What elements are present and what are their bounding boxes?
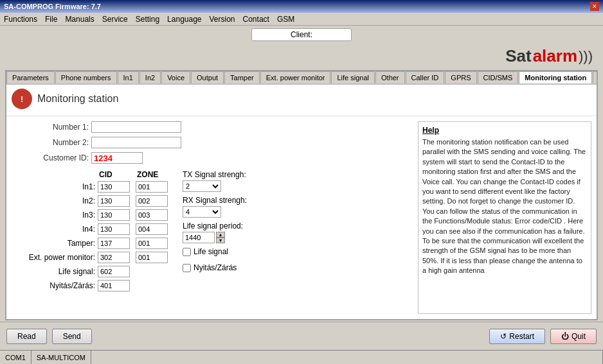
- quit-icon: ⏻: [561, 332, 569, 341]
- tab-phone-numbers[interactable]: Phone numbers: [55, 71, 117, 83]
- send-button[interactable]: Send: [52, 329, 92, 344]
- row-tamper-label: Tamper:: [12, 239, 95, 248]
- menu-contact[interactable]: Contact: [243, 15, 269, 24]
- monitoring-icon: !: [12, 89, 32, 109]
- status-com: COM1: [0, 351, 32, 364]
- tx-signal-row: TX Signal strengh: 2 1 3 4: [183, 170, 247, 192]
- life-signal-period-row: Life signal period: ▲ ▼: [183, 221, 247, 243]
- rx-signal-label: RX Signal strengh:: [183, 196, 247, 205]
- tx-signal-select[interactable]: 2 1 3 4: [183, 180, 221, 192]
- restart-button[interactable]: ↺ Restart: [489, 329, 545, 344]
- close-button[interactable]: ✕: [590, 2, 599, 11]
- row-nyitas-label: Nyitás/Zárás:: [12, 281, 95, 290]
- row-nyitas-cid[interactable]: [98, 280, 130, 291]
- life-signal-checkbox[interactable]: [183, 248, 191, 256]
- menu-gsm[interactable]: GSM: [277, 15, 294, 24]
- help-panel: Help The monitoring station notification…: [418, 121, 591, 314]
- row-in2-label: In2:: [12, 196, 95, 205]
- tab-output[interactable]: Output: [191, 71, 224, 83]
- number1-label: Number 1:: [12, 123, 89, 132]
- menu-functions[interactable]: Functions: [4, 15, 37, 24]
- tab-ext-power[interactable]: Ext. power monitor: [260, 71, 331, 83]
- menu-language[interactable]: Language: [167, 15, 201, 24]
- header-area: Sat alarm ))): [0, 44, 603, 69]
- row-in4-cid[interactable]: [98, 223, 130, 235]
- life-signal-check-row: Life signal: [183, 247, 247, 256]
- tab-parameters[interactable]: Parameters: [6, 71, 55, 83]
- tab-caller-id[interactable]: Caller ID: [406, 71, 445, 83]
- row-in4-zone[interactable]: [136, 223, 168, 235]
- row-lifesignal-cid[interactable]: [98, 266, 130, 277]
- row-tamper-cid[interactable]: [98, 238, 130, 249]
- row-in3-cid[interactable]: [98, 209, 130, 221]
- menu-service[interactable]: Service: [102, 15, 128, 24]
- tab-life-signal[interactable]: Life signal: [331, 71, 375, 83]
- zone-col-header: ZONE: [137, 170, 172, 179]
- row-extpower-label: Ext. power monitor:: [12, 253, 95, 262]
- logo-alarm: alarm: [533, 46, 577, 66]
- quit-button[interactable]: ⏻ Quit: [550, 329, 597, 344]
- customerid-input[interactable]: [91, 152, 143, 164]
- bottom-left-buttons: Read Send: [6, 329, 92, 344]
- menu-version[interactable]: Version: [210, 15, 235, 24]
- number2-label: Number 2:: [12, 138, 89, 147]
- cid-col-header-empty: [13, 170, 96, 179]
- row-in1-label: In1:: [12, 182, 95, 191]
- menu-manuals[interactable]: Manuals: [65, 15, 94, 24]
- life-signal-period-label: Life signal period:: [183, 221, 247, 230]
- number2-input[interactable]: [91, 137, 181, 148]
- row-tamper-zone[interactable]: [136, 238, 168, 249]
- row-lifesignal-label: Life signal:: [12, 267, 95, 276]
- form-left: Number 1: Number 2: Customer ID:: [12, 121, 418, 314]
- row-in1-cid[interactable]: [98, 181, 130, 193]
- tab-line-simulator[interactable]: Line simulator: [593, 71, 597, 83]
- help-text: The monitoring station notification can …: [422, 137, 587, 275]
- tab-in2[interactable]: In2: [140, 71, 161, 83]
- tab-cid-sms[interactable]: CID/SMS: [478, 71, 519, 83]
- row-extpower-cid[interactable]: [98, 252, 130, 263]
- customerid-label: Customer ID:: [12, 153, 89, 162]
- customerid-row: Customer ID:: [12, 152, 418, 164]
- client-label: Client:: [291, 30, 312, 39]
- logo-text: Sat: [505, 46, 531, 66]
- row-in2-cid[interactable]: [98, 195, 130, 207]
- tab-gprs[interactable]: GPRS: [445, 71, 476, 83]
- rx-signal-select[interactable]: 4 1 2 3: [183, 206, 221, 218]
- rx-signal-row: RX Signal strengh: 4 1 2 3: [183, 196, 247, 218]
- row-in1-zone[interactable]: [136, 181, 168, 193]
- number2-row: Number 2:: [12, 137, 418, 148]
- help-title: Help: [422, 126, 587, 135]
- tab-in1[interactable]: In1: [118, 71, 139, 83]
- row-in4-label: In4:: [12, 225, 95, 234]
- number1-input[interactable]: [91, 121, 181, 133]
- bottom-right-buttons: ↺ Restart ⏻ Quit: [489, 329, 597, 344]
- client-bar: Client:: [0, 26, 603, 44]
- page-title: Monitoring station: [37, 93, 118, 105]
- period-up-button[interactable]: ▲: [216, 232, 225, 238]
- life-signal-period-input[interactable]: [183, 232, 215, 243]
- client-field: Client:: [251, 28, 352, 41]
- status-extra: [91, 351, 603, 364]
- logo-waves: ))): [579, 48, 593, 65]
- row-in3-zone[interactable]: [136, 209, 168, 221]
- tab-voice[interactable]: Voice: [161, 71, 190, 83]
- logo: Sat alarm ))): [505, 46, 593, 66]
- tab-monitoring-station[interactable]: Monitoring station: [519, 71, 592, 85]
- period-down-button[interactable]: ▼: [216, 238, 225, 243]
- status-bar: COM1 SA-MULTICOM: [0, 350, 603, 364]
- read-button[interactable]: Read: [6, 329, 47, 344]
- cid-zone-area: CID ZONE In1: In2:: [12, 170, 418, 291]
- restart-icon: ↺: [500, 332, 507, 341]
- menu-setting[interactable]: Setting: [136, 15, 159, 24]
- nyitas-checkbox[interactable]: [183, 264, 191, 272]
- row-extpower-zone[interactable]: [136, 252, 168, 263]
- menu-file[interactable]: File: [45, 15, 57, 24]
- cid-zone-table: CID ZONE In1: In2:: [12, 170, 172, 291]
- tabs-row: Parameters Phone numbers In1 In2 Voice O…: [6, 71, 597, 85]
- menu-bar: Functions File Manuals Service Setting L…: [0, 13, 603, 26]
- title-bar: SA-COMPROG Firmware: 7.7 ✕: [0, 0, 603, 13]
- tab-other[interactable]: Other: [375, 71, 405, 83]
- row-in2-zone[interactable]: [136, 195, 168, 207]
- tab-tamper[interactable]: Tamper: [224, 71, 260, 83]
- nyitas-check-row: Nyitás/Zárás: [183, 263, 247, 272]
